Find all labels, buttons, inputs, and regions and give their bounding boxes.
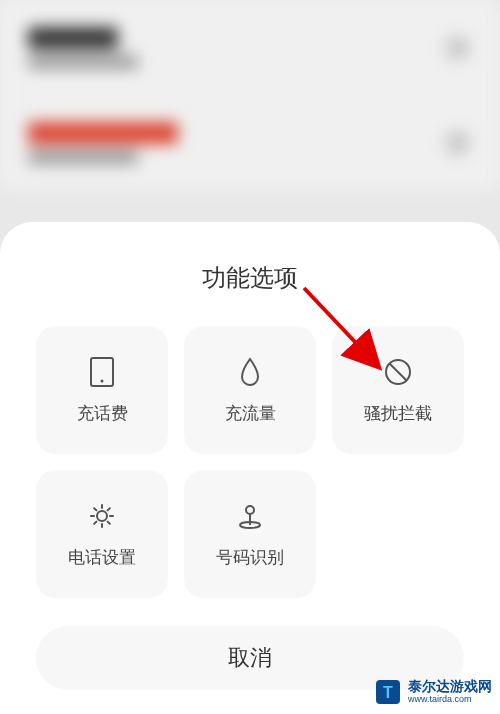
option-recharge-phone[interactable]: 充话费 <box>36 326 168 454</box>
bg-list-item <box>0 0 500 95</box>
option-block-spam[interactable]: 骚扰拦截 <box>332 326 464 454</box>
option-number-id[interactable]: 号码识别 <box>184 470 316 598</box>
chevron-right-icon <box>442 33 472 63</box>
watermark-name: 泰尔达游戏网 <box>408 679 492 694</box>
svg-point-1 <box>101 379 104 382</box>
watermark-url: www.tairda.com <box>408 695 492 705</box>
option-phone-settings[interactable]: 电话设置 <box>36 470 168 598</box>
option-label: 骚扰拦截 <box>364 402 432 425</box>
option-label: 电话设置 <box>68 546 136 569</box>
watermark-logo-icon: T <box>374 678 402 706</box>
block-icon <box>382 356 414 388</box>
option-label: 充流量 <box>225 402 276 425</box>
gear-icon <box>86 500 118 532</box>
options-grid: 充话费 充流量 骚扰拦截 <box>36 326 464 598</box>
bg-list-item <box>0 95 500 190</box>
options-sheet: 功能选项 充话费 充流量 <box>0 222 500 714</box>
sheet-title: 功能选项 <box>36 262 464 294</box>
svg-point-4 <box>97 511 107 521</box>
pin-icon <box>234 500 266 532</box>
option-recharge-data[interactable]: 充流量 <box>184 326 316 454</box>
watermark: T 泰尔达游戏网 www.tairda.com <box>374 678 492 706</box>
tablet-icon <box>86 356 118 388</box>
option-label: 充话费 <box>77 402 128 425</box>
svg-line-3 <box>390 363 407 380</box>
option-label: 号码识别 <box>216 546 284 569</box>
droplet-icon <box>234 356 266 388</box>
svg-point-7 <box>246 506 254 514</box>
svg-text:T: T <box>383 684 393 701</box>
chevron-right-icon <box>442 128 472 158</box>
